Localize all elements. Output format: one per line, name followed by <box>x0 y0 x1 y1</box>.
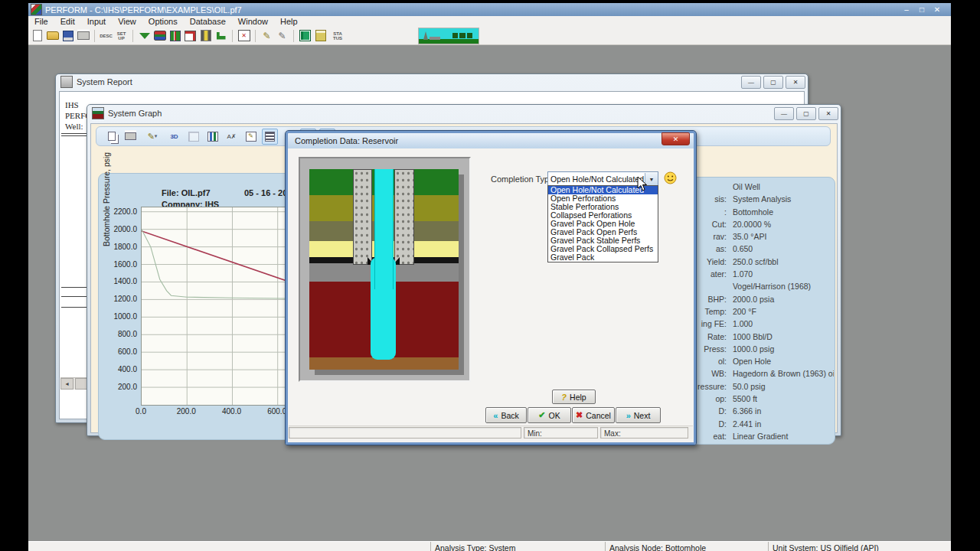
menu-item[interactable]: Edit <box>54 17 81 26</box>
cancel-button[interactable]: ✖ Cancel <box>572 407 615 423</box>
dropdown-item[interactable]: Gravel Pack Open Hole <box>548 220 658 228</box>
menu-item[interactable]: Options <box>142 17 184 26</box>
graph-window-icon <box>92 107 104 119</box>
graph-titlebar[interactable]: System Graph — ▢ ✕ <box>87 105 841 122</box>
pipeline-icon <box>430 37 440 40</box>
graph-minimize-button[interactable]: — <box>774 107 794 120</box>
dialog-status-min: Min: <box>524 427 598 439</box>
completion-schematic <box>309 169 459 370</box>
setup-icon[interactable]: SET UP <box>115 29 128 42</box>
cancel-label: Cancel <box>586 411 611 420</box>
data-value: Bottomhole <box>733 206 834 218</box>
dialog-title: Completion Data: Reservoir <box>295 136 398 145</box>
xy-plot-icon[interactable]: ✕ <box>237 29 250 42</box>
casing-left <box>353 169 372 265</box>
statusbar-blank <box>28 542 430 551</box>
data-value: 35.0 °API <box>733 230 834 243</box>
scroll-left-icon[interactable]: ◂ <box>60 378 74 390</box>
report-minimize-button[interactable]: — <box>741 76 761 89</box>
dropdown-item[interactable]: Gravel Pack <box>548 253 658 262</box>
dialog-titlebar[interactable]: Completion Data: Reservoir <box>288 133 694 148</box>
app-title: PERFORM - C:\IHS\PERFORM\EXAMPLES\OIL.pf… <box>45 5 899 15</box>
dropdown-item[interactable]: Open Perforations <box>548 194 658 203</box>
toolbar-separator <box>94 30 95 42</box>
menu-item[interactable]: Window <box>232 17 274 26</box>
toolbar-separator <box>293 30 294 42</box>
minimize-button[interactable]: – <box>899 5 914 14</box>
tubing-icon[interactable] <box>199 29 212 42</box>
bar-chart-icon[interactable] <box>204 129 220 145</box>
back-button[interactable]: « Back <box>485 407 527 423</box>
menu-item[interactable]: File <box>28 17 54 26</box>
edit-report-icon[interactable]: ✎ <box>260 29 273 42</box>
y-axis-ticks: 200.0400.0600.0800.01000.01200.01400.016… <box>97 207 139 404</box>
dropdown-item[interactable]: Gravel Pack Collapsed Perfs <box>548 245 658 253</box>
dialog-status-max: Max: <box>600 427 688 439</box>
separator-fluid-icon[interactable] <box>138 29 151 42</box>
graph-restore-button[interactable]: ▢ <box>796 107 816 120</box>
close-button[interactable]: ✕ <box>929 5 945 14</box>
menu-item[interactable]: View <box>112 17 142 26</box>
help-button[interactable]: ? Help <box>552 390 596 404</box>
zoom-3d-icon[interactable]: 3D <box>166 129 182 145</box>
report-title: System Report <box>77 77 741 86</box>
grid-report-icon[interactable] <box>299 29 312 42</box>
dropdown-item[interactable]: Gravel Pack Stable Perfs <box>548 236 658 245</box>
dropdown-item[interactable]: Gravel Pack Open Perfs <box>548 228 658 236</box>
data-value: 200 °F <box>733 305 834 318</box>
report-restore-button[interactable]: ▢ <box>763 76 783 89</box>
letterbox-top <box>0 0 980 3</box>
save-icon[interactable] <box>61 29 74 42</box>
app-titlebar[interactable]: PERFORM - C:\IHS\PERFORM\EXAMPLES\OIL.pf… <box>28 3 951 16</box>
report-titlebar[interactable]: System Report — ▢ ✕ <box>56 74 808 90</box>
menu-item[interactable]: Input <box>81 17 112 26</box>
ok-button[interactable]: ✔ OK <box>528 407 571 423</box>
edit-graph-icon[interactable]: ✎ <box>276 29 289 42</box>
menu-item[interactable]: Help <box>274 17 304 26</box>
graph-title: System Graph <box>108 109 774 118</box>
mouse-cursor <box>637 176 648 195</box>
wellhead-icon[interactable] <box>214 29 227 42</box>
help-icon: ? <box>561 393 567 402</box>
perforations-icon[interactable] <box>168 29 181 42</box>
print-icon[interactable] <box>122 129 139 145</box>
calculator-icon[interactable] <box>314 29 327 42</box>
chart-red-icon[interactable] <box>184 29 197 42</box>
menu-item[interactable]: Database <box>184 17 232 26</box>
y-tick-label: 1600.0 <box>96 260 137 269</box>
main-toolbar: DESC SET UP ✕ ✎ ✎ STA TUS <box>28 27 951 45</box>
labels-icon[interactable]: A✗ <box>224 129 240 145</box>
copy-icon[interactable] <box>103 129 119 145</box>
next-label: Next <box>634 411 651 420</box>
grid-icon[interactable] <box>185 129 201 145</box>
dialog-statusbar: Min: Max: <box>289 425 693 439</box>
data-value: 1000 Bbl/D <box>733 331 834 343</box>
dropdown-item[interactable]: Stable Perforations <box>548 203 658 211</box>
completion-type-dropdown-list: Open Hole/Not CalculatedOpen Perforation… <box>547 185 658 262</box>
status-tool-icon[interactable]: STA TUS <box>329 29 346 42</box>
layers-icon[interactable] <box>153 29 166 42</box>
y-tick-label: 1000.0 <box>96 312 137 321</box>
letterbox-left <box>0 0 28 551</box>
annotate-icon[interactable]: ✎ <box>243 129 259 145</box>
new-file-icon[interactable] <box>31 29 44 42</box>
app-icon <box>31 4 42 15</box>
next-button[interactable]: » Next <box>616 407 661 423</box>
graph-close-button[interactable]: ✕ <box>818 107 838 120</box>
description-icon[interactable]: DESC <box>100 29 113 42</box>
dropdown-item[interactable]: Collapsed Perforations <box>548 211 658 220</box>
report-close-button[interactable]: ✕ <box>786 76 805 89</box>
print-icon[interactable] <box>77 29 90 42</box>
restore-button[interactable]: □ <box>914 5 929 14</box>
edit-dropdown-icon[interactable]: ✎▾ <box>142 129 163 145</box>
menu-bar: FileEditInputViewOptionsDatabaseWindowHe… <box>28 16 951 28</box>
chart-file-label: File: OIL.pf7 <box>162 188 211 197</box>
y-tick-label: 600.0 <box>96 347 137 356</box>
completion-image-frame <box>299 157 471 382</box>
y-tick-label: 200.0 <box>96 383 137 391</box>
dialog-close-button[interactable]: ✕ <box>662 132 690 145</box>
legend-icon[interactable] <box>262 129 278 145</box>
report-text-line: IHS <box>65 100 79 109</box>
open-file-icon[interactable] <box>46 29 59 42</box>
y-tick-label: 400.0 <box>96 365 137 373</box>
